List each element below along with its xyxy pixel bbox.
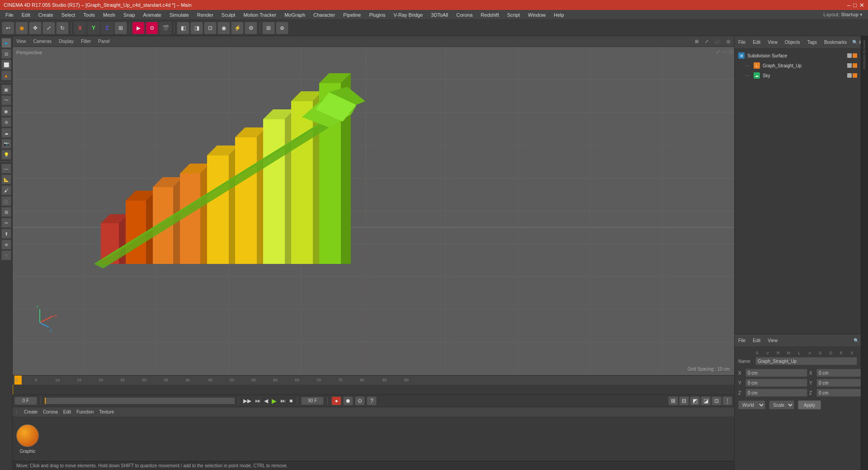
mat-menu-create[interactable]: Create (24, 409, 38, 414)
menu-window[interactable]: Window (524, 11, 549, 19)
sky-vis-1[interactable] (847, 73, 852, 78)
render-button[interactable]: ▶ (132, 22, 145, 34)
tl-extra-3[interactable]: ◩ (690, 396, 700, 405)
mat-menu-dots[interactable]: ⋮ (14, 410, 19, 414)
grid-button[interactable]: ⊞ (262, 22, 275, 34)
tool-paint[interactable]: 🖌 (1, 185, 11, 195)
vp-dots-icon[interactable]: ⋯ (722, 49, 727, 55)
menu-simulate[interactable]: Simulate (166, 11, 193, 19)
apply-button[interactable]: Apply (798, 400, 821, 409)
graph-vis-1[interactable] (847, 63, 852, 68)
coord-y-input[interactable] (745, 379, 807, 387)
menu-character[interactable]: Character (310, 11, 339, 19)
menu-mesh[interactable]: Mesh (99, 11, 119, 19)
mat-menu-corona[interactable]: Corona (43, 409, 58, 414)
tl-extra-4[interactable]: ◪ (701, 396, 711, 405)
vp-layout-1[interactable]: ⊞ (693, 39, 700, 44)
vp-expand-icon[interactable]: ⤢ (716, 49, 720, 55)
minimize-button[interactable]: – (847, 2, 850, 9)
render-settings-button[interactable]: ⚙ (146, 22, 158, 34)
obj-sky[interactable]: ☁ Sky (736, 70, 859, 80)
jump-start-button[interactable]: ⏮ (255, 398, 260, 404)
vp-menu-panel[interactable]: Panel (96, 39, 112, 44)
scale-tool-button[interactable]: ⤢ (42, 22, 55, 34)
move-tool-button[interactable]: ✥ (29, 22, 42, 34)
play-reverse-button[interactable]: ◀ (264, 398, 268, 404)
coord-p-input[interactable] (816, 379, 868, 387)
menu-plugins[interactable]: Plugins (365, 11, 389, 19)
coord-x-input[interactable] (745, 369, 807, 377)
tool-nurbs[interactable]: ◉ (1, 106, 11, 116)
render-view-button[interactable]: 🎬 (159, 22, 172, 34)
menu-select[interactable]: Select (58, 11, 79, 19)
display-smooth-button[interactable]: ◉ (217, 22, 230, 34)
keyframe-button[interactable]: ● (331, 396, 341, 405)
objects-tab-edit[interactable]: Edit (751, 39, 762, 46)
display-mode2-button[interactable]: ◨ (190, 22, 203, 34)
timeline-ruler[interactable]: 0 5 10 15 20 25 30 35 40 45 50 (13, 376, 734, 385)
display-wire-button[interactable]: ⊡ (204, 22, 217, 34)
menu-edit[interactable]: Edit (18, 11, 34, 19)
obj-graph-straight-up[interactable]: L Graph_Straight_Up (736, 61, 859, 70)
end-frame-input[interactable] (301, 397, 324, 405)
jump-end-button[interactable]: ⏭ (280, 398, 286, 404)
maximize-button[interactable]: □ (853, 2, 857, 9)
objects-tab-objects[interactable]: Objects (783, 39, 802, 46)
tool-smooth[interactable]: ◌ (1, 196, 11, 206)
vis-dot-1[interactable] (847, 53, 852, 58)
sky-vis-2[interactable] (853, 73, 857, 78)
material-thumbnail[interactable] (16, 424, 39, 447)
menu-mograph[interactable]: MoGraph (281, 11, 309, 19)
attrib-tab-edit[interactable]: Edit (751, 337, 762, 344)
tool-environment[interactable]: ☁ (1, 128, 11, 138)
3d-viewport[interactable]: X Y Z Perspective Grid Spacing : 10 cm ⤢… (13, 47, 734, 375)
rotate-tool-button[interactable]: ↻ (56, 22, 69, 34)
tool-primitive[interactable]: ▣ (1, 85, 11, 94)
display-mode-button[interactable]: ◧ (177, 22, 189, 34)
coord-h-input[interactable] (816, 369, 868, 377)
current-frame-input[interactable] (14, 397, 37, 405)
menu-file[interactable]: File (2, 11, 17, 19)
objects-tab-view[interactable]: View (766, 39, 779, 46)
y-axis-button[interactable]: Y (87, 22, 100, 34)
attrib-tab-view[interactable]: View (766, 337, 779, 344)
objects-tab-file[interactable]: File (736, 39, 747, 46)
tl-extra-1[interactable]: ⊞ (668, 396, 678, 405)
vp-solo[interactable]: ◎ (725, 39, 732, 44)
menu-corona[interactable]: Corona (453, 11, 476, 19)
material-item[interactable]: Graphic (16, 424, 39, 454)
objects-tab-tags[interactable]: Tags (806, 39, 819, 46)
window-controls[interactable]: – □ ✕ (847, 2, 864, 9)
tl-extra-6[interactable]: ⋮ (722, 396, 732, 405)
graph-vis-2[interactable] (853, 63, 857, 68)
menu-help[interactable]: Help (550, 11, 568, 19)
coord-b-input[interactable] (816, 389, 868, 397)
scale-dropdown[interactable]: Scale Size (769, 400, 794, 409)
x-axis-button[interactable]: X (74, 22, 86, 34)
vp-fullscreen[interactable]: ⤢ (703, 39, 710, 44)
menu-vraybridge[interactable]: V-Ray Bridge (390, 11, 427, 19)
tool-extrude[interactable]: ⬆ (1, 229, 11, 239)
tool-light[interactable]: 💡 (1, 150, 11, 160)
tool-mode-poly[interactable]: ⬜ (1, 60, 11, 70)
menu-snap[interactable]: Snap (120, 11, 139, 19)
vp-menu-display[interactable]: Display (57, 39, 75, 44)
vp-camera-icon[interactable]: 🎥 (713, 39, 722, 44)
menu-redshift[interactable]: Redshift (477, 11, 502, 19)
tool-mode-points[interactable]: ● (1, 38, 11, 48)
snap-button[interactable]: ⊕ (276, 22, 288, 34)
mat-menu-function[interactable]: Function (76, 409, 94, 414)
vp-square-icon[interactable]: □ (729, 49, 732, 55)
menu-animate[interactable]: Animate (140, 11, 165, 19)
tool-knife[interactable]: ✂ (1, 218, 11, 228)
menu-sculpt[interactable]: Sculpt (218, 11, 239, 19)
tool-mode-edges[interactable]: ⊟ (1, 49, 11, 59)
menu-motiontracker[interactable]: Motion Tracker (240, 11, 280, 19)
obj-subdivision-surface[interactable]: ⊞ Subdivision Surface (736, 51, 859, 61)
stop-button[interactable]: ■ (289, 398, 292, 404)
live-selection-button[interactable]: ◉ (15, 22, 28, 34)
tool-hair[interactable]: ≋ (1, 240, 11, 249)
menu-render[interactable]: Render (193, 11, 217, 19)
objects-search-icon[interactable]: 🔍 (852, 40, 858, 45)
tool-scene-line[interactable]: — (1, 164, 11, 174)
